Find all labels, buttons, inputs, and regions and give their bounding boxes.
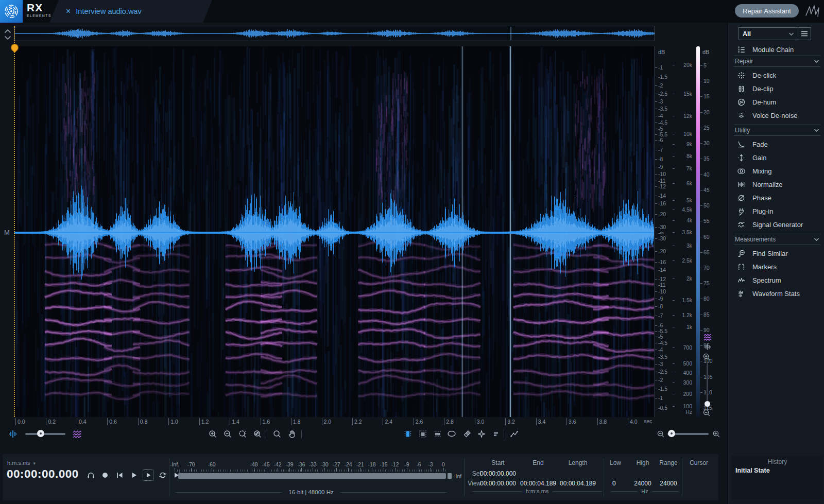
freq-low-value: 0 bbox=[612, 480, 616, 487]
sidebar-item-module-chain[interactable]: Module Chain bbox=[737, 44, 794, 55]
display-blend-slider-knob[interactable] bbox=[37, 430, 44, 437]
waveform-display-button[interactable] bbox=[7, 428, 19, 440]
return-to-start-button[interactable] bbox=[114, 470, 125, 481]
spectrogram-editor[interactable] bbox=[14, 46, 654, 417]
waveform-view-icon[interactable] bbox=[703, 343, 712, 351]
chevron-down-icon bbox=[814, 128, 819, 132]
h-zoom-in-button[interactable] bbox=[711, 428, 722, 440]
play-button[interactable] bbox=[128, 470, 140, 481]
zoom-fit-button[interactable] bbox=[252, 428, 263, 440]
section-header-utility[interactable]: Utility bbox=[734, 125, 820, 136]
meter-clip-indicator[interactable] bbox=[448, 473, 452, 479]
sidebar-item-phase[interactable]: Phase bbox=[737, 193, 771, 203]
scale-label: -14 bbox=[658, 193, 666, 199]
scale-tick bbox=[655, 77, 657, 77]
scale-tick bbox=[655, 299, 657, 299]
tab-interview-audio[interactable]: × Interview audio.wav bbox=[49, 0, 212, 23]
vertical-zoom-in-icon[interactable] bbox=[702, 353, 711, 361]
overview-waveform[interactable] bbox=[14, 26, 655, 41]
file-format-info: 16-bit | 48000 Hz bbox=[288, 489, 333, 495]
overview-expand-control[interactable] bbox=[3, 27, 13, 42]
ruler-unit-label: sec bbox=[644, 418, 652, 424]
play-selection-button[interactable] bbox=[143, 470, 154, 481]
scale-label: -3.5 bbox=[658, 106, 667, 112]
scale-label: -1 bbox=[658, 395, 663, 401]
playhead-time-display[interactable]: 00:00:00.000 bbox=[7, 467, 79, 481]
scale-tick bbox=[700, 392, 702, 393]
level-meter-bar[interactable] bbox=[178, 473, 446, 479]
time-selection-tool-button[interactable] bbox=[402, 428, 414, 440]
time-format-selector[interactable]: h:m:s.ms▼ bbox=[7, 460, 37, 466]
scale-label: 65 bbox=[703, 249, 710, 255]
zoom-out-button[interactable] bbox=[222, 428, 233, 440]
sidebar-item-de-hum[interactable]: De-hum bbox=[737, 97, 776, 107]
spectrogram-view-icon[interactable] bbox=[703, 334, 712, 341]
scale-label: 100 bbox=[675, 403, 692, 409]
tab-close-icon[interactable]: × bbox=[66, 7, 71, 15]
scale-tick bbox=[655, 94, 657, 94]
history-item[interactable]: Initial State bbox=[731, 465, 823, 474]
lasso-selection-tool-button[interactable] bbox=[446, 428, 457, 440]
scale-label: -2.5 bbox=[658, 91, 667, 97]
scale-tick bbox=[655, 238, 657, 239]
record-button[interactable] bbox=[99, 470, 111, 481]
h-zoom-out-button[interactable] bbox=[655, 428, 666, 440]
loop-playback-button[interactable] bbox=[157, 470, 168, 481]
vertical-zoom-slider[interactable] bbox=[707, 363, 708, 403]
sidebar-item-mixing[interactable]: Mixing bbox=[737, 166, 772, 176]
adjacent-bands-tool-button[interactable] bbox=[490, 428, 502, 440]
sidebar-item-de-clip[interactable]: De-clip bbox=[737, 83, 773, 94]
col-length: Length bbox=[569, 459, 588, 466]
sidebar-item-fade[interactable]: Fade bbox=[737, 139, 768, 149]
scale-tick bbox=[655, 159, 657, 160]
spectrogram-display-button[interactable] bbox=[71, 428, 82, 440]
sidebar-item-signal-generator[interactable]: Signal Generator bbox=[737, 219, 803, 230]
instant-process-tool-button[interactable] bbox=[509, 428, 520, 440]
scale-label: 5 bbox=[703, 62, 707, 68]
frequency-selection-tool-button[interactable] bbox=[432, 428, 443, 440]
sidebar-item-normalize[interactable]: Normalize bbox=[737, 179, 783, 189]
view-row-label: View bbox=[464, 480, 481, 487]
magic-wand-tool-button[interactable] bbox=[476, 428, 487, 440]
hand-tool-button[interactable] bbox=[286, 428, 298, 440]
scale-label: 1.2k bbox=[675, 312, 692, 318]
monitor-button[interactable] bbox=[85, 470, 96, 481]
module-list-menu-button[interactable] bbox=[798, 28, 811, 40]
scale-label: -8 bbox=[658, 156, 663, 162]
vertical-zoom-slider-knob[interactable] bbox=[705, 401, 710, 407]
mixing-icon bbox=[737, 167, 746, 176]
scale-label: -9 bbox=[658, 296, 663, 302]
sidebar-item-gain[interactable]: Gain bbox=[737, 152, 766, 163]
col-low: Low bbox=[610, 459, 621, 466]
section-header-repair[interactable]: Repair bbox=[734, 56, 820, 67]
module-filter-select[interactable]: All bbox=[739, 28, 798, 40]
sidebar-item-voice-de-noise[interactable]: Voice De-noise bbox=[737, 110, 797, 120]
scale-label: 12k bbox=[675, 113, 692, 119]
vertical-zoom-out-icon[interactable] bbox=[702, 409, 711, 417]
zoom-in-button[interactable] bbox=[207, 428, 218, 440]
sidebar-item-waveform-stats[interactable]: Waveform Stats bbox=[737, 288, 800, 299]
ruler-tick-label: 3.8 bbox=[597, 418, 607, 425]
sidebar-item-markers[interactable]: Markers bbox=[737, 262, 777, 272]
toolbar-separator bbox=[301, 430, 302, 438]
magnify-tool-button[interactable] bbox=[271, 428, 283, 440]
sidebar-item-spectrum[interactable]: Spectrum bbox=[737, 275, 781, 285]
ruler-tick-label: 1.0 bbox=[168, 418, 178, 425]
section-header-measurements[interactable]: Measurements bbox=[734, 234, 820, 245]
time-frequency-selection-tool-button[interactable] bbox=[417, 428, 428, 440]
meter-scale-label: -42 bbox=[273, 461, 281, 467]
display-blend-slider[interactable] bbox=[25, 433, 65, 435]
sidebar-item-de-click[interactable]: De-click bbox=[737, 70, 776, 80]
declick-icon bbox=[737, 71, 746, 80]
panel-divider bbox=[604, 458, 604, 496]
brush-selection-tool-button[interactable] bbox=[461, 428, 473, 440]
h-zoom-slider-knob[interactable] bbox=[668, 430, 675, 437]
scale-tick bbox=[700, 128, 702, 128]
sidebar-item-label: Waveform Stats bbox=[752, 290, 800, 298]
zoom-to-selection-button[interactable] bbox=[237, 428, 248, 440]
sidebar-item-plug-in[interactable]: Plug-in bbox=[737, 206, 773, 216]
channel-mono-label[interactable]: M bbox=[4, 229, 10, 236]
sidebar-item-find-similar[interactable]: Find Similar bbox=[737, 248, 788, 258]
repair-assistant-button[interactable]: Repair Assistant bbox=[735, 4, 799, 18]
sidebar-item-label: Voice De-noise bbox=[752, 112, 797, 119]
